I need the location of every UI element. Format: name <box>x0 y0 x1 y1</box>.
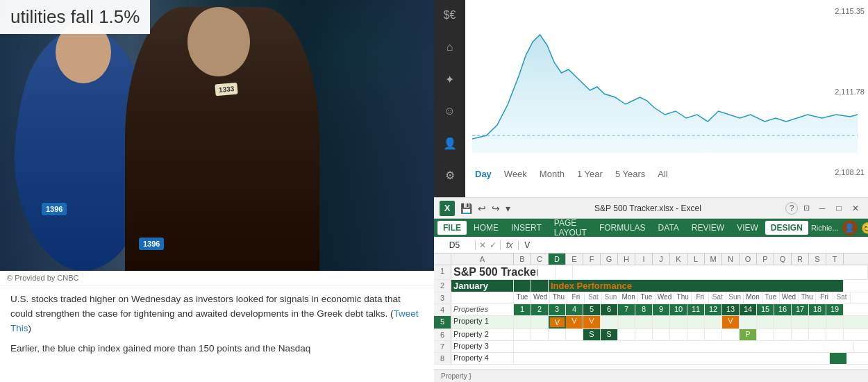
cell-l6[interactable] <box>687 329 705 340</box>
col-P[interactable]: P <box>757 254 774 265</box>
cell-j3[interactable]: Wed <box>656 292 674 304</box>
cell-r3[interactable]: Thu <box>799 292 816 304</box>
cell-c6[interactable] <box>531 329 549 340</box>
col-O[interactable]: O <box>740 254 757 265</box>
nav-all[interactable]: All <box>655 167 670 181</box>
cell-i5[interactable] <box>635 316 653 329</box>
cell-j4[interactable]: 9 <box>653 304 670 315</box>
cell-o3[interactable]: Mon <box>744 292 762 304</box>
cell-p3[interactable]: Tue <box>762 292 780 304</box>
cell-d2-index[interactable]: Index Performance <box>549 280 844 292</box>
cell-c4[interactable]: 2 <box>531 304 549 315</box>
cell-p6[interactable] <box>757 329 774 340</box>
cell-b4[interactable]: 1 <box>514 304 531 315</box>
col-B[interactable]: B <box>514 254 531 265</box>
excel-close-btn[interactable]: ✕ <box>849 203 862 214</box>
excel-more-btn[interactable]: ▾ <box>506 203 510 214</box>
col-A[interactable]: A <box>451 254 514 265</box>
cell-a2[interactable]: January <box>451 280 514 292</box>
cell-t6[interactable] <box>826 329 844 340</box>
cell-g4[interactable]: 6 <box>601 304 618 315</box>
cell-g6[interactable]: S <box>601 329 618 340</box>
cell-b8-rest[interactable] <box>514 353 830 364</box>
cell-m3[interactable]: Sat <box>709 292 726 304</box>
tab-page-layout[interactable]: PAGE LAYOUT <box>549 216 592 240</box>
tab-formulas[interactable]: FORMULAS <box>594 221 651 235</box>
cell-reference[interactable]: D5 <box>434 240 476 250</box>
cell-k4[interactable]: 10 <box>670 304 687 315</box>
cell-a5[interactable]: Property 1 <box>451 316 514 329</box>
cell-l5[interactable] <box>687 316 705 329</box>
cell-q6[interactable] <box>774 329 792 340</box>
cell-o4[interactable]: 14 <box>740 304 757 315</box>
cell-i3[interactable]: Tue <box>638 292 656 304</box>
cell-e4[interactable]: 4 <box>566 304 583 315</box>
col-D[interactable]: D <box>549 254 566 265</box>
tab-file[interactable]: FILE <box>437 221 467 235</box>
settings-icon[interactable]: ⚙ <box>440 165 460 185</box>
cell-q3[interactable]: Wed <box>780 292 799 304</box>
cell-e5[interactable]: V <box>566 316 583 329</box>
cell-f6[interactable]: S <box>583 329 601 340</box>
cell-t3[interactable]: Sat <box>833 292 851 304</box>
cell-a1[interactable]: S&P 500 Tracker <box>451 265 538 279</box>
cell-n6[interactable] <box>722 329 740 340</box>
cell-n5[interactable]: V <box>722 316 740 329</box>
cell-q4[interactable]: 16 <box>774 304 792 315</box>
emoji-icon[interactable]: ☺ <box>440 101 460 121</box>
cell-i6[interactable] <box>635 329 653 340</box>
formula-content[interactable]: V <box>519 240 535 250</box>
col-L[interactable]: L <box>687 254 705 265</box>
cell-p5[interactable] <box>757 316 774 329</box>
cell-d4[interactable]: 3 <box>549 304 566 315</box>
cell-j5[interactable] <box>653 316 670 329</box>
excel-help-btn[interactable]: ? <box>785 202 798 215</box>
excel-maximize-btn[interactable]: □ <box>832 203 846 214</box>
col-R[interactable]: R <box>792 254 809 265</box>
cell-s3[interactable]: Fri <box>816 292 833 304</box>
cell-o5[interactable] <box>740 316 757 329</box>
cell-j6[interactable] <box>653 329 670 340</box>
excel-redo-btn[interactable]: ↪ <box>492 203 500 214</box>
col-Q[interactable]: Q <box>774 254 792 265</box>
cell-f3[interactable]: Sat <box>585 292 602 304</box>
cell-m4[interactable]: 12 <box>705 304 722 315</box>
cell-k5[interactable] <box>670 316 687 329</box>
cell-b3[interactable]: Tue <box>514 292 531 304</box>
col-I[interactable]: I <box>635 254 653 265</box>
cell-s4[interactable]: 18 <box>809 304 826 315</box>
excel-undo-btn[interactable]: ↩ <box>478 203 486 214</box>
cell-l3[interactable]: Fri <box>692 292 709 304</box>
cell-o6-p[interactable]: P <box>740 329 757 340</box>
cell-r4[interactable]: 17 <box>792 304 809 315</box>
col-T[interactable]: T <box>826 254 844 265</box>
tab-review[interactable]: REVIEW <box>686 221 730 235</box>
cell-i4[interactable]: 8 <box>635 304 653 315</box>
cell-a8[interactable]: Property 4 <box>451 353 514 364</box>
nav-week[interactable]: Week <box>501 167 530 181</box>
cell-d5-active[interactable]: V <box>549 316 566 329</box>
excel-minimize-btn[interactable]: ─ <box>815 203 829 214</box>
tab-data[interactable]: DATA <box>653 221 685 235</box>
cell-m6[interactable] <box>705 329 722 340</box>
excel-save-btn[interactable]: 💾 <box>460 203 472 214</box>
cell-h3[interactable]: Mon <box>619 292 637 304</box>
cell-t5[interactable] <box>826 316 844 329</box>
cell-l4[interactable]: 11 <box>687 304 705 315</box>
col-K[interactable]: K <box>670 254 687 265</box>
dollar-icon[interactable]: $€ <box>440 6 460 25</box>
col-E[interactable]: E <box>566 254 583 265</box>
cell-d3[interactable]: Thu <box>550 292 567 304</box>
tab-design[interactable]: DESIGN <box>765 221 808 235</box>
cell-q5[interactable] <box>774 316 792 329</box>
cell-t4[interactable]: 19 <box>826 304 844 315</box>
cell-t8[interactable] <box>830 353 847 364</box>
cell-e3[interactable]: Fri <box>567 292 585 304</box>
cell-f5[interactable]: V <box>583 316 601 329</box>
cell-r6[interactable] <box>792 329 809 340</box>
cell-a7[interactable]: Property 3 <box>451 341 514 352</box>
cell-g3[interactable]: Sun <box>602 292 619 304</box>
cell-k3[interactable]: Thu <box>674 292 692 304</box>
cell-a4[interactable]: Properties <box>451 304 514 315</box>
cell-f4[interactable]: 5 <box>583 304 601 315</box>
